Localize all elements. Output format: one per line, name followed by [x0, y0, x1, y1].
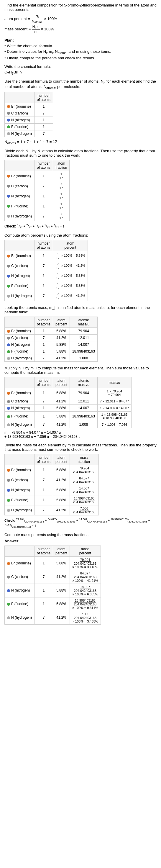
- col-atomic-mass: atomicmass/u: [70, 317, 98, 328]
- mm-atomic-br: 79.904: [70, 388, 98, 398]
- table-row: Br (bromine) 1 5.88% 79.904 1 × 79.904= …: [5, 388, 131, 398]
- mm-element-n: N (nitrogen): [5, 404, 34, 411]
- f-count-br: 1: [34, 171, 53, 181]
- f-element-br: Br (bromine): [5, 171, 34, 181]
- mm-element-br: Br (bromine): [5, 388, 34, 398]
- am-count-br: 1: [34, 328, 53, 334]
- mf-frac-f: 18.998403163204.042403163: [70, 495, 98, 505]
- ap-pct-n: 117 × 100% = 5.88%: [53, 271, 88, 281]
- mm-pct-br: 5.88%: [53, 388, 70, 398]
- am-pct-f: 5.88%: [53, 348, 70, 354]
- col-element-4: [5, 317, 34, 328]
- mf-count-h: 7: [34, 505, 53, 515]
- table-row: C (carbon) 7 717 × 100% = 41.2%: [5, 261, 88, 271]
- element-h: H (hydrogen): [5, 130, 34, 137]
- fin-apct-br: 5.88%: [53, 556, 70, 570]
- fin-apct-c: 41.2%: [53, 570, 70, 584]
- table-row: H (hydrogen) 7 41.2% 1.008: [5, 354, 98, 362]
- chemical-formula-section: Write the chemical formula: C7H7BrFN: [4, 64, 157, 75]
- mm-pct-c: 41.2%: [53, 398, 70, 404]
- table-row: H (hydrogen) 7 717 × 100% = 41.2%: [5, 291, 88, 301]
- table-row: N (nitrogen) 1 5.88% 14.007 1 × 14.007 =…: [5, 404, 131, 411]
- mm-element-h: H (hydrogen): [5, 421, 34, 428]
- col-fraction: atomfraction: [53, 160, 70, 171]
- fin-apct-n: 5.88%: [53, 584, 70, 597]
- mass-fraction-check: Check: 79.904/204.042403163 + 84.077/204…: [4, 518, 157, 528]
- atom-percent-table: numberof atoms atompercent Br (bromine) …: [4, 240, 88, 301]
- fin-element-c: C (carbon): [5, 570, 34, 584]
- table-row: C (carbon) 7 41.2% 84.077204.042403163× …: [5, 570, 101, 584]
- mm-atomic-f: 18.998403163: [70, 411, 98, 421]
- col-count-7: numberof atoms: [34, 546, 53, 556]
- mm-pct-h: 41.2%: [53, 421, 70, 428]
- mf-pct-h: 41.2%: [53, 505, 70, 515]
- am-mass-h: 1.008: [70, 354, 98, 362]
- am-pct-h: 41.2%: [53, 354, 70, 362]
- answer-label: Answer:: [4, 539, 157, 543]
- col-atom-pct-5: atompercent: [53, 546, 70, 556]
- col-element-5: [5, 377, 34, 388]
- table-row: C (carbon) 7 41.2% 12.011 7 × 12.011 = 8…: [5, 398, 131, 404]
- fraction-section: Divide each N_i by N_atoms to calculate …: [4, 149, 157, 229]
- mm-element-c: C (carbon): [5, 398, 34, 404]
- element-br: Br (bromine): [5, 103, 34, 110]
- am-count-c: 7: [34, 334, 53, 341]
- f-element-f: F (fluorine): [5, 201, 34, 211]
- molecular-mass-section: Multiply N_i by m_i to compute the mass …: [4, 366, 157, 439]
- f-count-c: 7: [34, 181, 53, 191]
- table-row: F (fluorine) 1 117 × 100% = 5.88%: [5, 281, 88, 291]
- ap-count-c: 7: [34, 261, 53, 271]
- col-count-1: numberof atoms: [34, 92, 53, 103]
- mm-mass-c: 7 × 12.011 = 84.077: [97, 398, 131, 404]
- mm-atomic-c: 12.011: [70, 398, 98, 404]
- fin-mpct-f: 18.998403163204.042403163× 100% = 9.311%: [70, 597, 101, 611]
- f-element-c: C (carbon): [5, 181, 34, 191]
- fin-count-n: 1: [34, 584, 53, 597]
- atomic-mass-section: Look up the atomic mass, m_i, in unified…: [4, 305, 157, 362]
- mass-fraction-section: Divide the mass for each element by m to…: [4, 443, 157, 528]
- mass-percent-formula: mass percent = Nimim × 100%: [4, 25, 157, 34]
- plan-section: Plan: • Write the chemical formula. • De…: [4, 38, 157, 60]
- table-row: Br (bromine) 1 5.88% 79.904204.042403163: [5, 465, 99, 475]
- fin-mpct-n: 14.007204.042403163× 100% = 6.865%: [70, 584, 101, 597]
- table-row: Br (bromine) 1: [5, 103, 53, 110]
- am-mass-n: 14.007: [70, 341, 98, 348]
- table-row: N (nitrogen) 1 5.88% 14.007204.042403163: [5, 485, 99, 495]
- mf-pct-br: 5.88%: [53, 465, 70, 475]
- mm-count-c: 7: [34, 398, 53, 404]
- fraction-table: numberof atoms atomfraction Br (bromine)…: [4, 160, 70, 221]
- col-count-4: numberof atoms: [34, 317, 53, 328]
- table-row: Br (bromine) 1 5.88% 79.904: [5, 328, 98, 334]
- ap-element-c: C (carbon): [5, 261, 34, 271]
- ap-element-h: H (hydrogen): [5, 291, 34, 301]
- ap-count-n: 1: [34, 271, 53, 281]
- ap-pct-f: 117 × 100% = 5.88%: [53, 281, 88, 291]
- table-row: N (nitrogen) 1 117: [5, 191, 70, 201]
- col-count-2: numberof atoms: [34, 160, 53, 171]
- fin-element-br: Br (bromine): [5, 556, 34, 570]
- table-row: N (nitrogen) 1: [5, 117, 53, 123]
- f-element-n: N (nitrogen): [5, 191, 34, 201]
- table-row: H (hydrogen) 7 41.2% 7.056204.042403163: [5, 505, 99, 515]
- final-section: Compute mass percents using the mass fra…: [4, 532, 157, 625]
- mf-frac-n: 14.007204.042403163: [70, 485, 98, 495]
- table-row: Br (bromine) 1 117: [5, 171, 70, 181]
- ap-pct-br: 117 × 100% = 5.88%: [53, 251, 88, 261]
- am-mass-br: 79.904: [70, 328, 98, 334]
- am-pct-n: 5.88%: [53, 341, 70, 348]
- element-f: F (fluorine): [5, 123, 34, 130]
- table-row: C (carbon) 7 41.2% 84.077204.042403163: [5, 475, 99, 485]
- mm-mass-f: 1 × 18.998403163= 18.998403163: [97, 411, 131, 421]
- col-atom-pct-4: atompercent: [53, 454, 70, 465]
- col-element-2: [5, 160, 34, 171]
- col-element-6: [5, 454, 34, 465]
- count-label: Use the chemical formula to count the nu…: [4, 79, 157, 89]
- table-row: N (nitrogen) 1 5.88% 14.007: [5, 341, 98, 348]
- table-row: N (nitrogen) 1 117 × 100% = 5.88%: [5, 271, 88, 281]
- am-pct-c: 41.2%: [53, 334, 70, 341]
- mass-fraction-table: numberof atoms atompercent massfraction …: [4, 454, 99, 516]
- chemical-formula: C7H7BrFN: [4, 70, 157, 75]
- mm-atomic-h: 1.008: [70, 421, 98, 428]
- mm-count-h: 7: [34, 421, 53, 428]
- col-mass-pct: masspercent: [70, 546, 101, 556]
